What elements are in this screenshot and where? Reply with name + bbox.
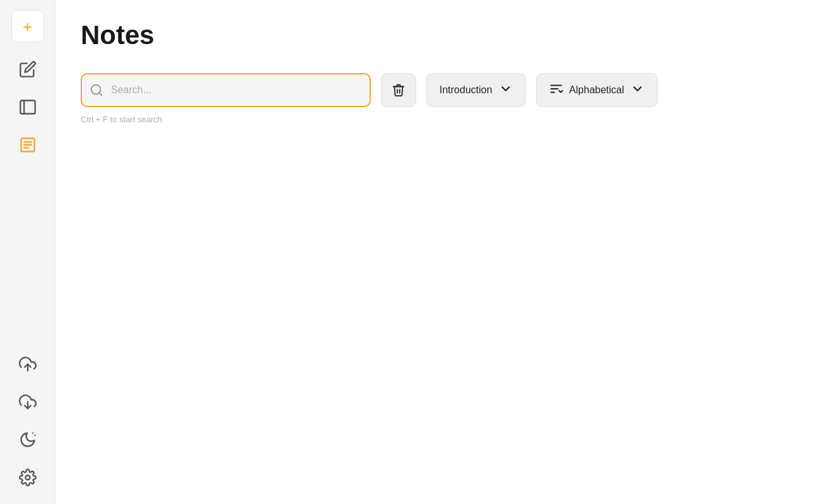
sidebar-item-settings[interactable]	[11, 461, 44, 494]
night-icon	[19, 431, 37, 449]
sidebar-item-notes[interactable]	[11, 129, 44, 161]
sidebar-item-book[interactable]	[11, 91, 44, 123]
svg-point-9	[34, 435, 35, 436]
filter-chevron-icon	[499, 82, 513, 98]
edit-icon	[19, 60, 37, 78]
download-icon	[19, 393, 37, 411]
svg-rect-0	[20, 101, 35, 114]
sidebar-item-edit[interactable]	[11, 53, 44, 86]
gear-icon	[19, 469, 37, 486]
trash-icon	[392, 83, 405, 97]
sort-label: Alphabetical	[569, 84, 624, 96]
main-content: Notes Introduction	[55, 0, 838, 504]
search-hint: Ctrl + F to start search	[81, 115, 813, 124]
search-wrapper	[81, 73, 371, 107]
sidebar: +	[0, 0, 55, 504]
svg-point-10	[25, 476, 30, 480]
delete-button[interactable]	[381, 73, 416, 107]
add-button[interactable]: +	[11, 10, 44, 43]
sort-icon	[549, 82, 563, 98]
upload-icon	[19, 355, 37, 373]
sort-dropdown-button[interactable]: Alphabetical	[536, 73, 658, 107]
svg-point-8	[32, 432, 33, 433]
sidebar-item-upload[interactable]	[11, 348, 44, 381]
page-title: Notes	[81, 20, 813, 50]
book-icon	[19, 98, 37, 116]
notes-active-icon	[19, 136, 37, 154]
toolbar: Introduction Alphabetical	[81, 73, 813, 107]
plus-icon: +	[23, 18, 32, 35]
sidebar-item-nightmode[interactable]	[11, 423, 44, 456]
search-input[interactable]	[81, 73, 371, 107]
filter-dropdown-button[interactable]: Introduction	[426, 73, 526, 107]
filter-label: Introduction	[439, 84, 492, 96]
sidebar-item-download[interactable]	[11, 386, 44, 418]
sort-chevron-icon	[631, 82, 644, 98]
